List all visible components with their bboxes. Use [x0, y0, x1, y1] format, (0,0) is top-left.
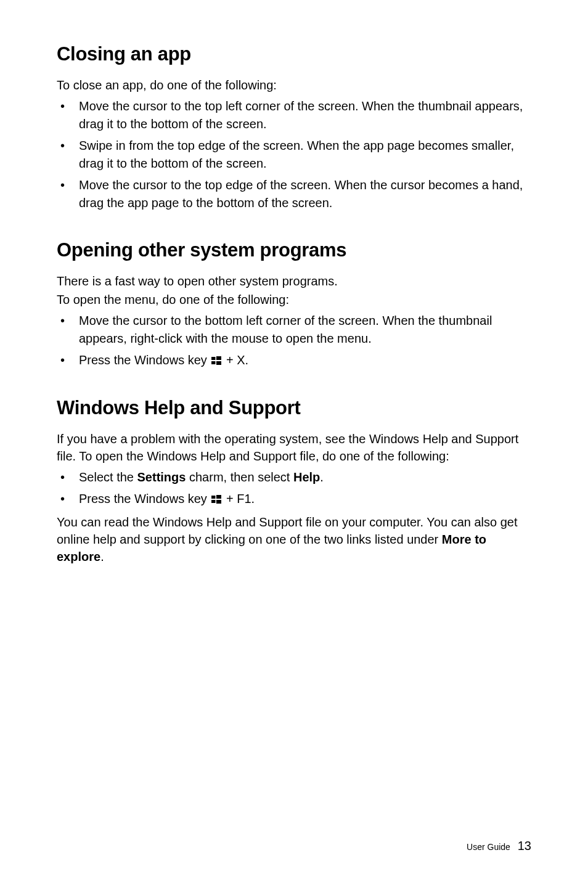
list-item: Press the Windows key + X.: [57, 351, 531, 370]
intro-opening-1: There is a fast way to open other system…: [57, 272, 531, 290]
bold-help: Help: [293, 470, 320, 484]
section-closing-an-app: Closing an app To close an app, do one o…: [57, 43, 531, 212]
list-opening: Move the cursor to the bottom left corne…: [57, 312, 531, 370]
svg-rect-6: [211, 500, 216, 503]
windows-key-icon: [211, 491, 221, 509]
svg-rect-0: [211, 357, 216, 360]
list-item: Move the cursor to the bottom left corne…: [57, 312, 531, 348]
section-help-support: Windows Help and Support If you have a p…: [57, 397, 531, 565]
text-fragment: + X.: [223, 353, 248, 367]
page-footer: User Guide 13: [467, 839, 531, 853]
list-item: Select the Settings charm, then select H…: [57, 468, 531, 486]
list-closing: Move the cursor to the top left corner o…: [57, 97, 531, 212]
text-fragment: + F1.: [223, 492, 255, 505]
text-fragment: charm, then select: [186, 470, 293, 484]
svg-rect-1: [216, 356, 221, 360]
text-fragment: Select the: [79, 470, 137, 484]
svg-rect-5: [216, 495, 221, 499]
intro-opening-2: To open the menu, do one of the followin…: [57, 291, 531, 308]
text-fragment: .: [320, 470, 324, 484]
footer-label: User Guide: [467, 842, 510, 852]
paragraph-help-after: You can read the Windows Help and Suppor…: [57, 513, 531, 565]
bold-settings: Settings: [137, 470, 186, 484]
list-item: Move the cursor to the top left corner o…: [57, 97, 531, 133]
svg-rect-3: [216, 361, 221, 365]
svg-rect-2: [211, 361, 216, 364]
list-item: Move the cursor to the top edge of the s…: [57, 176, 531, 212]
svg-rect-4: [211, 496, 216, 499]
heading-help-support: Windows Help and Support: [57, 397, 531, 419]
list-item: Press the Windows key + F1.: [57, 490, 531, 509]
list-item: Swipe in from the top edge of the screen…: [57, 137, 531, 173]
intro-closing: To close an app, do one of the following…: [57, 76, 531, 94]
text-fragment: .: [100, 550, 104, 563]
text-fragment: Press the Windows key: [79, 353, 210, 367]
svg-rect-7: [216, 500, 221, 504]
heading-closing-an-app: Closing an app: [57, 43, 531, 65]
list-help: Select the Settings charm, then select H…: [57, 468, 531, 509]
section-opening-programs: Opening other system programs There is a…: [57, 239, 531, 370]
intro-help: If you have a problem with the operating…: [57, 430, 531, 465]
page-number: 13: [518, 839, 531, 852]
text-fragment: Press the Windows key: [79, 492, 210, 505]
heading-opening-programs: Opening other system programs: [57, 239, 531, 261]
windows-key-icon: [211, 352, 221, 370]
